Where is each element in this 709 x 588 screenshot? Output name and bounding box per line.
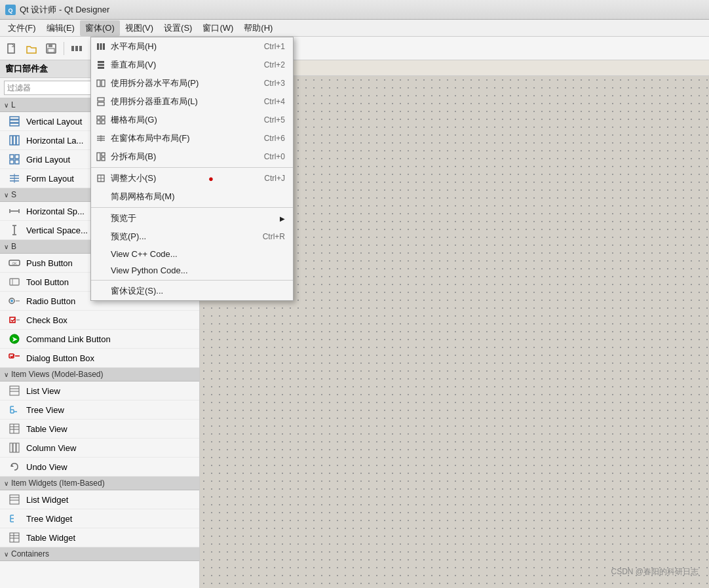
toolbar-save[interactable] <box>42 39 60 58</box>
category-layouts-label: L <box>11 100 16 109</box>
widget-listwidget-icon <box>8 493 21 506</box>
widget-check-box[interactable]: Check Box <box>0 311 199 330</box>
toolbar-new[interactable] <box>3 39 21 58</box>
widget-list-view-label: List View <box>26 386 60 396</box>
widget-command-link[interactable]: ➤ Command Link Button <box>0 330 199 349</box>
toolbar-hlayout[interactable] <box>67 39 86 58</box>
menu-python-code[interactable]: View Python Code... <box>91 262 293 279</box>
widget-tree-widget[interactable]: Tree Widget <box>0 509 199 528</box>
category-item-views-label: Item Views (Model-Based) <box>11 370 104 379</box>
widget-table-widget[interactable]: Table Widget <box>0 528 199 547</box>
widget-vertical-layout-label: Vertical Layout <box>26 117 82 127</box>
menu-widget[interactable]: 窗体(O) <box>80 20 120 36</box>
dropdown-widget-menu: 水平布局(H) Ctrl+1 垂直布局(V) Ctrl+2 使用拆分器水平布局(… <box>90 37 294 301</box>
widget-tool-button-label: Tool Button <box>26 277 69 287</box>
widget-list-widget[interactable]: List Widget <box>0 490 199 509</box>
menu-edit[interactable]: 编辑(E) <box>41 20 80 36</box>
widget-list-view[interactable]: List View <box>0 382 199 401</box>
formlayout-menu-icon <box>95 132 107 144</box>
widget-grid-icon <box>8 153 21 166</box>
resize-menu-icon <box>95 172 107 184</box>
menu-formlayout[interactable]: 在窗体布局中布局(F) Ctrl+6 <box>91 129 293 147</box>
settings-icon <box>95 285 107 297</box>
menu-preview[interactable]: 预览(P)... Ctrl+R <box>91 227 293 246</box>
svg-rect-97 <box>100 43 102 50</box>
menu-hlayout[interactable]: 水平布局(H) Ctrl+1 <box>91 37 293 56</box>
svg-rect-104 <box>98 98 104 101</box>
category-item-views[interactable]: Item Views (Model-Based) <box>0 368 199 382</box>
svg-rect-6 <box>71 46 74 51</box>
menu-file[interactable]: 文件(F) <box>3 20 41 36</box>
menu-resize[interactable]: 调整大小(S) ● Ctrl+J <box>91 169 293 187</box>
svg-rect-35 <box>10 117 19 119</box>
widget-check-box-label: Check Box <box>26 315 67 325</box>
widget-column-view-label: Column View <box>26 443 76 453</box>
widget-undo-view[interactable]: Undo View <box>0 458 199 477</box>
menu-grid[interactable]: 栅格布局(G) Ctrl+5 <box>91 111 293 129</box>
menu-settings[interactable]: 设置(S) <box>159 20 197 36</box>
menu-preview-sub[interactable]: 预览于 ▶ <box>91 209 293 227</box>
widget-listview-icon <box>8 384 21 397</box>
svg-text:OK: OK <box>12 262 17 265</box>
svg-rect-42 <box>15 155 19 159</box>
category-spacers-label: S <box>11 190 16 199</box>
widget-cmdlink-icon: ➤ <box>8 332 21 345</box>
menu-cpp-code[interactable]: View C++ Code... <box>91 246 293 262</box>
svg-rect-83 <box>16 443 19 452</box>
widget-dialogbtn-icon <box>8 351 21 364</box>
title-text: Qt 设计师 - Qt Designer <box>20 4 109 16</box>
widget-column-view[interactable]: Column View <box>0 439 199 458</box>
svg-rect-116 <box>102 157 105 161</box>
widget-tablewidget-icon <box>8 531 21 544</box>
widget-table-view[interactable]: Table View <box>0 420 199 439</box>
widget-toolbtn-icon <box>8 275 21 288</box>
svg-rect-68 <box>10 386 19 395</box>
widget-horizontal-layout-label: Horizontal La... <box>26 136 83 146</box>
widget-vspacer-label: Vertical Space... <box>26 225 88 235</box>
vsplitter-menu-icon <box>95 96 107 108</box>
widget-tree-view-label: Tree View <box>26 405 64 415</box>
widget-form-icon <box>8 172 21 185</box>
svg-rect-101 <box>98 67 104 69</box>
menu-help[interactable]: 帮助(H) <box>239 20 278 36</box>
menu-vsplitter[interactable]: 使用拆分器垂直布局(L) Ctrl+4 <box>91 92 293 111</box>
menu-vlayout[interactable]: 垂直布局(V) Ctrl+2 <box>91 56 293 74</box>
category-item-widgets[interactable]: Item Widgets (Item-Based) <box>0 477 199 490</box>
svg-rect-36 <box>10 120 19 123</box>
menu-view[interactable]: 视图(V) <box>120 20 159 36</box>
svg-rect-4 <box>48 44 52 47</box>
svg-rect-105 <box>98 102 104 106</box>
svg-text:➤: ➤ <box>12 336 18 343</box>
category-containers[interactable]: Containers <box>0 547 199 561</box>
menu-break[interactable]: 分拆布局(B) Ctrl+0 <box>91 147 293 166</box>
menu-window-settings[interactable]: 窗休设定(S)... <box>91 282 293 300</box>
cpp-icon <box>95 248 107 260</box>
widget-dialog-button[interactable]: Dialog Button Box <box>0 349 199 368</box>
toolbar-open[interactable] <box>22 39 41 58</box>
svg-point-60 <box>10 300 13 302</box>
widget-grid-layout-label: Grid Layout <box>26 155 70 165</box>
menu-hsplitter[interactable]: 使用拆分器水平布局(P) Ctrl+3 <box>91 74 293 92</box>
menu-window[interactable]: 窗口(W) <box>197 20 239 36</box>
menu-simplegrid[interactable]: 简易网格布局(M) <box>91 187 293 206</box>
svg-rect-7 <box>75 46 78 51</box>
svg-rect-77 <box>10 424 19 433</box>
svg-rect-39 <box>13 136 16 145</box>
dropdown-sep-1 <box>91 167 293 168</box>
svg-rect-85 <box>10 495 19 504</box>
widget-hspacer-label: Horizontal Sp... <box>26 206 85 216</box>
category-buttons-label: B <box>11 242 16 251</box>
svg-rect-38 <box>10 136 12 145</box>
widget-tableview-icon <box>8 422 21 435</box>
svg-rect-5 <box>48 49 54 52</box>
hlayout-menu-icon <box>95 41 107 52</box>
widget-dialog-button-label: Dialog Button Box <box>26 353 94 363</box>
vlayout-menu-icon <box>95 59 107 71</box>
widget-vlayout-icon <box>8 115 21 128</box>
svg-rect-96 <box>97 43 99 50</box>
break-menu-icon <box>95 151 107 163</box>
dropdown-sep-3 <box>91 280 293 281</box>
submenu-arrow: ▶ <box>280 215 285 222</box>
hsplitter-menu-icon <box>95 77 107 89</box>
widget-tree-view[interactable]: Tree View <box>0 401 199 420</box>
